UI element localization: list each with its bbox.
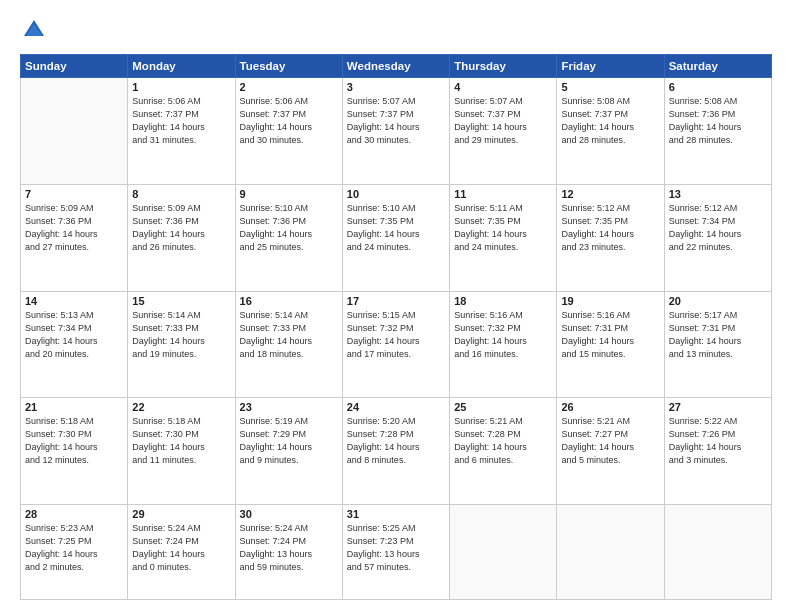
- calendar-header-tuesday: Tuesday: [235, 55, 342, 78]
- calendar-cell: 31Sunrise: 5:25 AM Sunset: 7:23 PM Dayli…: [342, 505, 449, 600]
- calendar-week-3: 14Sunrise: 5:13 AM Sunset: 7:34 PM Dayli…: [21, 291, 772, 398]
- calendar-cell: [450, 505, 557, 600]
- day-info: Sunrise: 5:21 AM Sunset: 7:28 PM Dayligh…: [454, 415, 552, 467]
- day-number: 23: [240, 401, 338, 413]
- calendar-cell: 17Sunrise: 5:15 AM Sunset: 7:32 PM Dayli…: [342, 291, 449, 398]
- calendar-header-monday: Monday: [128, 55, 235, 78]
- calendar-table: SundayMondayTuesdayWednesdayThursdayFrid…: [20, 54, 772, 600]
- day-info: Sunrise: 5:08 AM Sunset: 7:37 PM Dayligh…: [561, 95, 659, 147]
- calendar-header-sunday: Sunday: [21, 55, 128, 78]
- calendar-cell: 11Sunrise: 5:11 AM Sunset: 7:35 PM Dayli…: [450, 184, 557, 291]
- header: [20, 16, 772, 44]
- day-info: Sunrise: 5:19 AM Sunset: 7:29 PM Dayligh…: [240, 415, 338, 467]
- day-number: 12: [561, 188, 659, 200]
- day-number: 15: [132, 295, 230, 307]
- day-info: Sunrise: 5:24 AM Sunset: 7:24 PM Dayligh…: [240, 522, 338, 574]
- day-info: Sunrise: 5:16 AM Sunset: 7:31 PM Dayligh…: [561, 309, 659, 361]
- day-info: Sunrise: 5:10 AM Sunset: 7:35 PM Dayligh…: [347, 202, 445, 254]
- day-info: Sunrise: 5:25 AM Sunset: 7:23 PM Dayligh…: [347, 522, 445, 574]
- day-info: Sunrise: 5:22 AM Sunset: 7:26 PM Dayligh…: [669, 415, 767, 467]
- calendar-cell: 14Sunrise: 5:13 AM Sunset: 7:34 PM Dayli…: [21, 291, 128, 398]
- day-info: Sunrise: 5:13 AM Sunset: 7:34 PM Dayligh…: [25, 309, 123, 361]
- calendar-cell: [21, 78, 128, 185]
- day-number: 26: [561, 401, 659, 413]
- calendar-cell: 6Sunrise: 5:08 AM Sunset: 7:36 PM Daylig…: [664, 78, 771, 185]
- day-number: 13: [669, 188, 767, 200]
- day-info: Sunrise: 5:07 AM Sunset: 7:37 PM Dayligh…: [454, 95, 552, 147]
- day-info: Sunrise: 5:18 AM Sunset: 7:30 PM Dayligh…: [132, 415, 230, 467]
- day-number: 20: [669, 295, 767, 307]
- calendar-cell: 19Sunrise: 5:16 AM Sunset: 7:31 PM Dayli…: [557, 291, 664, 398]
- calendar-cell: 4Sunrise: 5:07 AM Sunset: 7:37 PM Daylig…: [450, 78, 557, 185]
- day-info: Sunrise: 5:08 AM Sunset: 7:36 PM Dayligh…: [669, 95, 767, 147]
- calendar-week-4: 21Sunrise: 5:18 AM Sunset: 7:30 PM Dayli…: [21, 398, 772, 505]
- calendar-week-1: 1Sunrise: 5:06 AM Sunset: 7:37 PM Daylig…: [21, 78, 772, 185]
- calendar-cell: 24Sunrise: 5:20 AM Sunset: 7:28 PM Dayli…: [342, 398, 449, 505]
- day-number: 21: [25, 401, 123, 413]
- day-info: Sunrise: 5:16 AM Sunset: 7:32 PM Dayligh…: [454, 309, 552, 361]
- calendar-cell: 12Sunrise: 5:12 AM Sunset: 7:35 PM Dayli…: [557, 184, 664, 291]
- day-number: 6: [669, 81, 767, 93]
- day-number: 1: [132, 81, 230, 93]
- calendar-cell: 18Sunrise: 5:16 AM Sunset: 7:32 PM Dayli…: [450, 291, 557, 398]
- calendar-cell: 9Sunrise: 5:10 AM Sunset: 7:36 PM Daylig…: [235, 184, 342, 291]
- day-number: 27: [669, 401, 767, 413]
- calendar-cell: 16Sunrise: 5:14 AM Sunset: 7:33 PM Dayli…: [235, 291, 342, 398]
- day-number: 24: [347, 401, 445, 413]
- day-info: Sunrise: 5:12 AM Sunset: 7:35 PM Dayligh…: [561, 202, 659, 254]
- day-info: Sunrise: 5:12 AM Sunset: 7:34 PM Dayligh…: [669, 202, 767, 254]
- calendar-cell: 28Sunrise: 5:23 AM Sunset: 7:25 PM Dayli…: [21, 505, 128, 600]
- calendar-cell: 23Sunrise: 5:19 AM Sunset: 7:29 PM Dayli…: [235, 398, 342, 505]
- day-number: 17: [347, 295, 445, 307]
- day-number: 22: [132, 401, 230, 413]
- calendar-week-2: 7Sunrise: 5:09 AM Sunset: 7:36 PM Daylig…: [21, 184, 772, 291]
- calendar-cell: 13Sunrise: 5:12 AM Sunset: 7:34 PM Dayli…: [664, 184, 771, 291]
- day-info: Sunrise: 5:15 AM Sunset: 7:32 PM Dayligh…: [347, 309, 445, 361]
- day-number: 7: [25, 188, 123, 200]
- calendar-week-5: 28Sunrise: 5:23 AM Sunset: 7:25 PM Dayli…: [21, 505, 772, 600]
- calendar-cell: 1Sunrise: 5:06 AM Sunset: 7:37 PM Daylig…: [128, 78, 235, 185]
- calendar-cell: 22Sunrise: 5:18 AM Sunset: 7:30 PM Dayli…: [128, 398, 235, 505]
- day-info: Sunrise: 5:18 AM Sunset: 7:30 PM Dayligh…: [25, 415, 123, 467]
- day-info: Sunrise: 5:11 AM Sunset: 7:35 PM Dayligh…: [454, 202, 552, 254]
- calendar-header-row: SundayMondayTuesdayWednesdayThursdayFrid…: [21, 55, 772, 78]
- calendar-header-wednesday: Wednesday: [342, 55, 449, 78]
- day-number: 31: [347, 508, 445, 520]
- day-info: Sunrise: 5:10 AM Sunset: 7:36 PM Dayligh…: [240, 202, 338, 254]
- day-number: 11: [454, 188, 552, 200]
- calendar-cell: 29Sunrise: 5:24 AM Sunset: 7:24 PM Dayli…: [128, 505, 235, 600]
- calendar-cell: 30Sunrise: 5:24 AM Sunset: 7:24 PM Dayli…: [235, 505, 342, 600]
- day-number: 25: [454, 401, 552, 413]
- calendar-cell: [557, 505, 664, 600]
- calendar-cell: 27Sunrise: 5:22 AM Sunset: 7:26 PM Dayli…: [664, 398, 771, 505]
- day-info: Sunrise: 5:14 AM Sunset: 7:33 PM Dayligh…: [132, 309, 230, 361]
- day-info: Sunrise: 5:09 AM Sunset: 7:36 PM Dayligh…: [132, 202, 230, 254]
- calendar-header-saturday: Saturday: [664, 55, 771, 78]
- calendar-cell: 2Sunrise: 5:06 AM Sunset: 7:37 PM Daylig…: [235, 78, 342, 185]
- day-info: Sunrise: 5:17 AM Sunset: 7:31 PM Dayligh…: [669, 309, 767, 361]
- day-number: 30: [240, 508, 338, 520]
- day-number: 9: [240, 188, 338, 200]
- calendar-cell: 8Sunrise: 5:09 AM Sunset: 7:36 PM Daylig…: [128, 184, 235, 291]
- calendar-cell: 10Sunrise: 5:10 AM Sunset: 7:35 PM Dayli…: [342, 184, 449, 291]
- calendar-cell: 25Sunrise: 5:21 AM Sunset: 7:28 PM Dayli…: [450, 398, 557, 505]
- day-number: 18: [454, 295, 552, 307]
- calendar-cell: 21Sunrise: 5:18 AM Sunset: 7:30 PM Dayli…: [21, 398, 128, 505]
- calendar-cell: 5Sunrise: 5:08 AM Sunset: 7:37 PM Daylig…: [557, 78, 664, 185]
- calendar-header-friday: Friday: [557, 55, 664, 78]
- day-info: Sunrise: 5:06 AM Sunset: 7:37 PM Dayligh…: [240, 95, 338, 147]
- day-info: Sunrise: 5:23 AM Sunset: 7:25 PM Dayligh…: [25, 522, 123, 574]
- logo-icon: [20, 16, 48, 44]
- day-number: 19: [561, 295, 659, 307]
- calendar-cell: 26Sunrise: 5:21 AM Sunset: 7:27 PM Dayli…: [557, 398, 664, 505]
- calendar-cell: 3Sunrise: 5:07 AM Sunset: 7:37 PM Daylig…: [342, 78, 449, 185]
- calendar-cell: [664, 505, 771, 600]
- day-info: Sunrise: 5:14 AM Sunset: 7:33 PM Dayligh…: [240, 309, 338, 361]
- day-info: Sunrise: 5:06 AM Sunset: 7:37 PM Dayligh…: [132, 95, 230, 147]
- calendar-cell: 7Sunrise: 5:09 AM Sunset: 7:36 PM Daylig…: [21, 184, 128, 291]
- calendar-cell: 20Sunrise: 5:17 AM Sunset: 7:31 PM Dayli…: [664, 291, 771, 398]
- day-info: Sunrise: 5:07 AM Sunset: 7:37 PM Dayligh…: [347, 95, 445, 147]
- day-info: Sunrise: 5:09 AM Sunset: 7:36 PM Dayligh…: [25, 202, 123, 254]
- day-number: 2: [240, 81, 338, 93]
- day-number: 28: [25, 508, 123, 520]
